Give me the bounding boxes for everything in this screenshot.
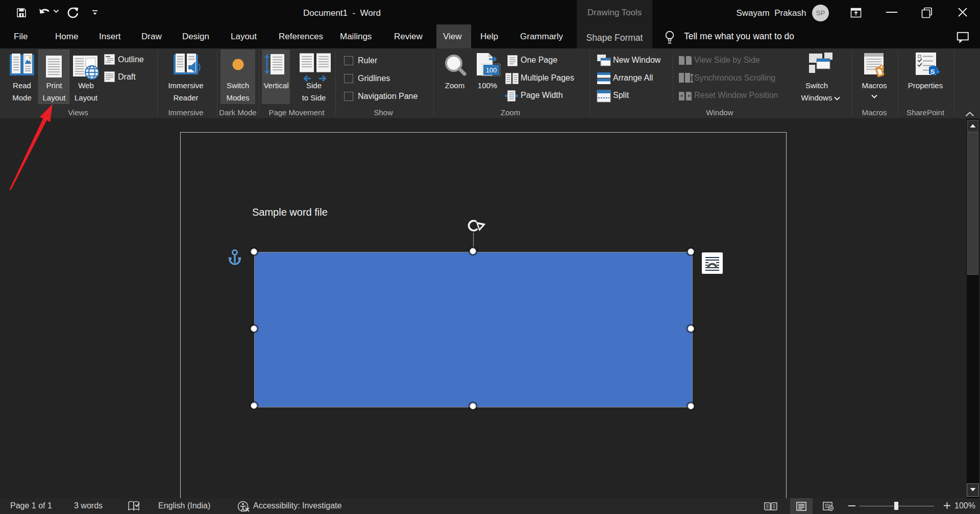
svg-text:100: 100: [486, 66, 497, 74]
svg-text:S: S: [930, 68, 935, 75]
